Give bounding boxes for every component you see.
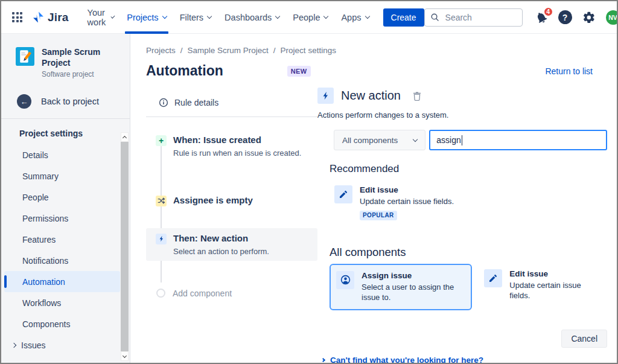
action-search-input[interactable]: assign bbox=[429, 130, 607, 150]
app-switcher-icon[interactable] bbox=[12, 12, 22, 22]
sidebar-item-workflows[interactable]: Workflows bbox=[4, 292, 120, 313]
add-component-circle-icon bbox=[156, 289, 165, 298]
project-sidebar: Sample Scrum Project Software project ← … bbox=[1, 34, 130, 363]
back-to-project[interactable]: ← Back to project bbox=[1, 94, 130, 109]
sidebar-item-summary[interactable]: Summary bbox=[4, 165, 120, 187]
all-components-heading: All components bbox=[330, 246, 607, 259]
delete-action-icon[interactable] bbox=[412, 91, 422, 101]
chevron-down-icon bbox=[123, 353, 127, 357]
sidebar-item-issues[interactable]: Issues bbox=[4, 334, 120, 356]
new-badge: NEW bbox=[287, 66, 311, 77]
flow-steps: + When: Issue created Rule is run when a… bbox=[146, 130, 317, 298]
chevron-down-icon bbox=[323, 14, 328, 19]
jira-logo-text: Jira bbox=[48, 11, 69, 24]
edit-issue-card[interactable]: Edit issue Update certain issue fields. bbox=[479, 264, 607, 307]
text-cursor bbox=[462, 135, 463, 145]
project-name: Sample Scrum Project bbox=[42, 47, 121, 68]
breadcrumb: Projects / Sample Scrum Project / Projec… bbox=[146, 46, 617, 55]
chevron-down-icon bbox=[110, 14, 115, 19]
scroll-down-button[interactable] bbox=[121, 351, 129, 361]
flow-divider bbox=[146, 117, 317, 117]
panel-title: New action bbox=[341, 89, 401, 103]
add-component-button[interactable]: Add component bbox=[146, 289, 317, 298]
scrollbar-thumb[interactable] bbox=[121, 142, 129, 351]
panel-description: Actions perform changes to a system. bbox=[317, 110, 607, 120]
recommended-heading: Recommended bbox=[330, 163, 607, 175]
person-icon bbox=[336, 271, 354, 289]
return-to-list-link[interactable]: Return to list bbox=[545, 66, 593, 76]
flow-step-trigger[interactable]: + When: Issue created Rule is run when a… bbox=[146, 130, 317, 162]
sidebar-item-notifications[interactable]: Notifications bbox=[4, 250, 120, 271]
bolt-action-icon bbox=[317, 88, 334, 104]
nav-your-work[interactable]: Your work bbox=[81, 1, 121, 34]
main-content: Projects / Sample Scrum Project / Projec… bbox=[130, 34, 617, 363]
chevron-down-icon bbox=[275, 14, 280, 19]
chevron-down-icon bbox=[365, 14, 369, 19]
project-avatar bbox=[16, 47, 34, 78]
sidebar-scrollbar[interactable] bbox=[121, 132, 129, 361]
jira-window: Jira Your work Projects Filters Dashboar… bbox=[0, 0, 618, 364]
help-icon[interactable]: ? bbox=[558, 10, 572, 24]
nav-filters[interactable]: Filters bbox=[173, 1, 218, 34]
bolt-action-icon bbox=[156, 234, 167, 244]
sidebar-item-automation[interactable]: Automation bbox=[4, 271, 120, 292]
scroll-up-button[interactable] bbox=[121, 132, 129, 142]
sidebar-section-title: Project settings bbox=[1, 127, 130, 144]
sidebar-item-permissions[interactable]: Permissions bbox=[4, 208, 120, 229]
back-arrow-icon: ← bbox=[17, 94, 31, 109]
project-header[interactable]: Sample Scrum Project Software project bbox=[1, 47, 130, 78]
breadcrumb-project-settings[interactable]: Project settings bbox=[281, 46, 336, 55]
user-avatar[interactable]: NV bbox=[606, 10, 618, 25]
chevron-right-icon bbox=[321, 358, 325, 362]
condition-shuffle-icon bbox=[156, 196, 167, 206]
rule-flow-column: Rule details + When: Issue created Rule … bbox=[146, 88, 317, 364]
sidebar-item-details[interactable]: Details bbox=[4, 144, 120, 165]
project-type: Software project bbox=[42, 70, 121, 78]
notification-badge: 4 bbox=[543, 7, 553, 17]
page-title: Automation bbox=[146, 63, 223, 79]
pencil-icon bbox=[484, 269, 502, 287]
popular-badge: POPULAR bbox=[360, 211, 397, 220]
chevron-down-icon bbox=[413, 136, 418, 141]
search-icon bbox=[430, 13, 439, 22]
flow-step-action[interactable]: Then: New action Select an action to per… bbox=[146, 228, 317, 261]
plus-trigger-icon: + bbox=[156, 135, 167, 146]
sidebar-item-people[interactable]: People bbox=[4, 187, 120, 208]
cancel-button[interactable]: Cancel bbox=[561, 330, 607, 348]
top-navigation-bar: Jira Your work Projects Filters Dashboar… bbox=[1, 1, 617, 34]
sidebar-item-apps[interactable]: Apps bbox=[4, 356, 120, 364]
nav-people[interactable]: People bbox=[286, 1, 334, 34]
chevron-up-icon bbox=[123, 136, 127, 140]
cant-find-help-link[interactable]: Can't find what you're looking for here? bbox=[322, 356, 607, 364]
assign-issue-card[interactable]: Assign issue Select a user to assign the… bbox=[330, 264, 472, 310]
nav-dashboards[interactable]: Dashboards bbox=[218, 1, 286, 34]
new-action-panel: New action Actions perform changes to a … bbox=[317, 88, 617, 364]
sidebar-item-components[interactable]: Components bbox=[4, 313, 120, 334]
recommended-edit-issue-card[interactable]: Edit issue Update certain issue fields. … bbox=[329, 180, 607, 226]
topnav-icons: 4 ? NV bbox=[535, 10, 618, 25]
primary-nav: Your work Projects Filters Dashboards Pe… bbox=[81, 1, 376, 34]
chevron-right-icon bbox=[11, 342, 16, 347]
settings-gear-icon[interactable] bbox=[582, 11, 596, 24]
jira-mark-icon bbox=[32, 11, 45, 24]
chevron-down-icon bbox=[207, 14, 212, 19]
breadcrumb-project-name[interactable]: Sample Scrum Project bbox=[188, 46, 269, 55]
sidebar-divider bbox=[1, 118, 130, 119]
nav-apps[interactable]: Apps bbox=[334, 1, 375, 34]
breadcrumb-projects[interactable]: Projects bbox=[146, 46, 176, 55]
info-icon bbox=[159, 98, 168, 107]
search-input[interactable] bbox=[444, 12, 517, 23]
nav-projects[interactable]: Projects bbox=[120, 1, 173, 34]
jira-logo[interactable]: Jira bbox=[32, 11, 69, 24]
chevron-down-icon bbox=[162, 14, 167, 19]
pencil-icon bbox=[334, 185, 352, 203]
create-button[interactable]: Create bbox=[383, 8, 424, 27]
global-search-box[interactable] bbox=[424, 8, 523, 27]
rule-details-item[interactable]: Rule details bbox=[146, 95, 317, 110]
flow-step-condition[interactable]: Assignee is empty bbox=[146, 190, 317, 211]
components-filter-dropdown[interactable]: All components bbox=[334, 130, 425, 150]
sidebar-item-features[interactable]: Features bbox=[4, 229, 120, 250]
notifications-bell-icon[interactable]: 4 bbox=[535, 11, 548, 24]
